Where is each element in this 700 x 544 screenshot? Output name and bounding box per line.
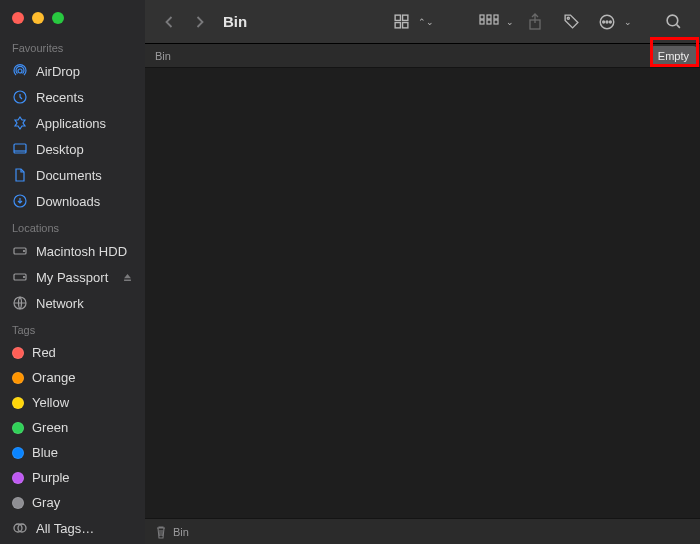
tags-button[interactable] [556,10,586,34]
chevron-updown-icon: ⌃⌄ [418,17,434,27]
desktop-icon [12,141,28,157]
sidebar-item-label: Yellow [32,395,69,410]
svg-point-7 [24,277,25,278]
svg-rect-17 [487,15,491,19]
sidebar-item-label: AirDrop [36,64,80,79]
sidebar-item-label: Documents [36,168,102,183]
tag-dot-icon [12,447,24,459]
sidebar-item-downloads[interactable]: Downloads [0,188,145,214]
main-area: Bin ⌃⌄ ⌄ ⌄ Bin Empty Bin [145,0,700,544]
svg-point-5 [24,251,25,252]
svg-rect-16 [480,20,484,24]
svg-rect-20 [494,20,498,24]
sidebar-item-label: Network [36,296,84,311]
airdrop-icon [12,63,28,79]
sidebar-tag-orange[interactable]: Orange [0,365,145,390]
svg-point-27 [667,15,678,26]
file-list-area[interactable] [145,68,700,518]
tag-dot-icon [12,497,24,509]
sidebar-item-label: Purple [32,470,70,485]
trash-icon [155,525,167,539]
group-by-button[interactable] [474,10,504,34]
sidebar-item-label: Desktop [36,142,84,157]
sidebar-item-desktop[interactable]: Desktop [0,136,145,162]
applications-icon [12,115,28,131]
eject-icon[interactable] [122,272,133,283]
svg-rect-12 [402,15,407,20]
chevron-down-icon: ⌄ [624,17,632,27]
svg-point-0 [18,69,22,73]
sidebar-tag-yellow[interactable]: Yellow [0,390,145,415]
svg-rect-19 [494,15,498,19]
fullscreen-window-button[interactable] [52,12,64,24]
svg-rect-18 [487,20,491,24]
sidebar-item-label: Macintosh HDD [36,244,127,259]
search-button[interactable] [658,10,688,34]
tag-dot-icon [12,472,24,484]
breadcrumb: Bin [155,50,171,62]
chevron-down-icon: ⌄ [506,17,514,27]
action-menu-button[interactable] [592,10,622,34]
sidebar-item-my-passport[interactable]: My Passport [0,264,145,290]
sidebar-item-label: Blue [32,445,58,460]
view-mode-button[interactable] [386,10,416,34]
svg-point-22 [567,17,569,19]
window-title: Bin [223,13,247,30]
sidebar-tag-blue[interactable]: Blue [0,440,145,465]
sidebar: Favourites AirDrop Recents Applications … [0,0,145,544]
sidebar-item-macintosh-hdd[interactable]: Macintosh HDD [0,238,145,264]
nav-back-button[interactable] [157,10,181,34]
section-header-tags: Tags [0,316,145,340]
svg-rect-14 [402,23,407,28]
sidebar-tag-purple[interactable]: Purple [0,465,145,490]
svg-point-26 [609,21,611,23]
svg-rect-13 [395,23,400,28]
svg-rect-2 [14,144,26,153]
sidebar-item-label: Red [32,345,56,360]
sidebar-item-label: Applications [36,116,106,131]
sidebar-tag-green[interactable]: Green [0,415,145,440]
sidebar-item-label: My Passport [36,270,108,285]
tag-dot-icon [12,397,24,409]
svg-rect-15 [480,15,484,19]
toolbar: Bin ⌃⌄ ⌄ ⌄ [145,0,700,44]
sidebar-tag-red[interactable]: Red [0,340,145,365]
svg-rect-11 [395,15,400,20]
documents-icon [12,167,28,183]
share-button[interactable] [520,10,550,34]
sidebar-item-label: All Tags… [36,521,94,536]
tag-dot-icon [12,422,24,434]
section-header-favourites: Favourites [0,34,145,58]
window-controls [0,0,145,34]
svg-point-25 [606,21,608,23]
tag-dot-icon [12,347,24,359]
sidebar-tag-gray[interactable]: Gray [0,490,145,515]
svg-point-24 [603,21,605,23]
sidebar-item-applications[interactable]: Applications [0,110,145,136]
sidebar-item-airdrop[interactable]: AirDrop [0,58,145,84]
external-drive-icon [12,269,28,285]
sidebar-item-label: Green [32,420,68,435]
empty-trash-button[interactable]: Empty [650,46,697,66]
sidebar-item-documents[interactable]: Documents [0,162,145,188]
section-header-locations: Locations [0,214,145,238]
sidebar-item-label: Orange [32,370,75,385]
sidebar-item-all-tags[interactable]: All Tags… [0,515,145,541]
hdd-icon [12,243,28,259]
all-tags-icon [12,520,28,536]
sidebar-item-label: Recents [36,90,84,105]
path-bar-label: Bin [173,526,189,538]
network-icon [12,295,28,311]
close-window-button[interactable] [12,12,24,24]
location-bar: Bin Empty [145,44,700,68]
finder-window: Favourites AirDrop Recents Applications … [0,0,700,544]
tag-dot-icon [12,372,24,384]
sidebar-item-network[interactable]: Network [0,290,145,316]
sidebar-item-recents[interactable]: Recents [0,84,145,110]
nav-forward-button[interactable] [187,10,211,34]
path-bar: Bin [145,518,700,544]
sidebar-item-label: Gray [32,495,60,510]
minimize-window-button[interactable] [32,12,44,24]
clock-icon [12,89,28,105]
downloads-icon [12,193,28,209]
